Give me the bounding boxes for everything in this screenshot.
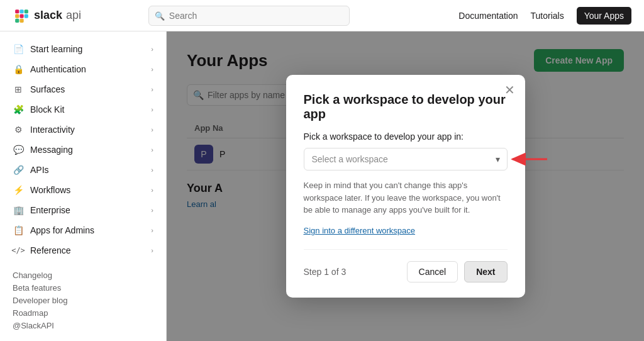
messaging-icon: 💬 — [13, 144, 24, 155]
sidebar-label-start-learning: Start learning — [30, 44, 82, 54]
chevron-icon: › — [151, 146, 153, 154]
step-label: Step 1 of 3 — [304, 267, 347, 277]
sidebar-label-block-kit: Block Kit — [30, 104, 64, 115]
surfaces-icon: ⊞ — [13, 84, 24, 95]
svg-rect-7 — [19, 18, 23, 22]
modal-close-button[interactable]: ✕ — [504, 84, 515, 96]
apps-for-admins-icon: 📋 — [13, 225, 24, 236]
search-input[interactable] — [148, 6, 350, 26]
sidebar-footer: Changelog Beta features Developer blog R… — [0, 260, 166, 341]
modal-title: Pick a workspace to develop your app — [304, 92, 508, 121]
sidebar-item-workflows[interactable]: ⚡ Workflows › — [0, 180, 166, 200]
apis-icon: 🔗 — [13, 164, 24, 176]
sidebar-beta-link[interactable]: Beta features — [13, 283, 153, 293]
modal-overlay: ✕ Pick a workspace to develop your app P… — [167, 31, 644, 341]
sidebar-item-enterprise[interactable]: 🏢 Enterprise › — [0, 200, 166, 220]
sidebar-label-messaging: Messaging — [30, 145, 73, 155]
tutorials-link[interactable]: Tutorials — [531, 11, 564, 21]
slack-logo-icon — [13, 7, 30, 25]
modal-subtitle: Pick a workspace to develop your app in: — [304, 131, 508, 142]
svg-rect-4 — [19, 14, 23, 18]
chevron-icon: › — [151, 45, 153, 53]
layout: 📄 Start learning › 🔒 Authentication › ⊞ … — [0, 31, 644, 341]
logo: slack api — [13, 7, 81, 25]
chevron-icon: › — [151, 106, 153, 113]
svg-rect-5 — [25, 14, 28, 18]
svg-rect-1 — [19, 9, 23, 13]
authentication-icon: 🔒 — [13, 64, 24, 75]
sidebar-label-reference: Reference — [30, 245, 71, 255]
topnav: slack api 🔍 Documentation Tutorials Your… — [0, 0, 644, 31]
next-button[interactable]: Next — [464, 261, 507, 282]
sidebar-label-apps-for-admins: Apps for Admins — [30, 225, 94, 235]
sidebar-changelog-link[interactable]: Changelog — [13, 271, 153, 280]
modal-note: Keep in mind that you can't change this … — [304, 179, 508, 216]
sidebar-label-authentication: Authentication — [30, 64, 86, 74]
logo-api-text: api — [66, 9, 81, 22]
sidebar-blog-link[interactable]: Developer blog — [13, 296, 153, 305]
workspace-select[interactable]: Select a workspace — [304, 148, 508, 170]
sidebar-item-authentication[interactable]: 🔒 Authentication › — [0, 59, 166, 79]
sidebar: 📄 Start learning › 🔒 Authentication › ⊞ … — [0, 31, 167, 341]
interactivity-icon: ⚙ — [13, 124, 24, 135]
sidebar-label-interactivity: Interactivity — [30, 125, 75, 135]
chevron-icon: › — [151, 126, 153, 133]
enterprise-icon: 🏢 — [13, 204, 24, 216]
modal-actions: Cancel Next — [407, 261, 508, 282]
logo-text: slack — [34, 9, 62, 22]
cancel-button[interactable]: Cancel — [407, 261, 458, 282]
chevron-icon: › — [151, 166, 153, 174]
sidebar-item-surfaces[interactable]: ⊞ Surfaces › — [0, 79, 166, 99]
start-learning-icon: 📄 — [13, 43, 24, 55]
sign-in-different-workspace-link[interactable]: Sign into a different workspace — [304, 226, 416, 235]
sidebar-label-workflows: Workflows — [30, 185, 70, 195]
chevron-icon: › — [151, 247, 153, 254]
sidebar-item-interactivity[interactable]: ⚙ Interactivity › — [0, 120, 166, 140]
svg-rect-2 — [25, 9, 28, 13]
workspace-select-wrap: Select a workspace ▾ — [304, 148, 508, 170]
svg-rect-0 — [15, 9, 19, 13]
sidebar-label-enterprise: Enterprise — [30, 205, 70, 215]
search-bar: 🔍 — [148, 6, 350, 26]
documentation-link[interactable]: Documentation — [458, 11, 518, 21]
sidebar-roadmap-link[interactable]: Roadmap — [13, 308, 153, 318]
search-icon: 🔍 — [155, 11, 165, 20]
your-apps-nav-link[interactable]: Your Apps — [577, 7, 631, 25]
chevron-icon: › — [151, 186, 153, 194]
sidebar-twitter-link[interactable]: @SlackAPI — [13, 321, 153, 330]
main-content: Your Apps Create New App 🔍 App Na P P — [167, 31, 644, 341]
modal-footer: Step 1 of 3 Cancel Next — [304, 249, 508, 282]
workflows-icon: ⚡ — [13, 184, 24, 196]
sidebar-item-block-kit[interactable]: 🧩 Block Kit › — [0, 99, 166, 120]
pick-workspace-modal: ✕ Pick a workspace to develop your app P… — [286, 75, 525, 298]
nav-links: Documentation Tutorials Your Apps — [458, 7, 631, 25]
sidebar-item-apps-for-admins[interactable]: 📋 Apps for Admins › — [0, 220, 166, 240]
chevron-icon: › — [151, 206, 153, 214]
block-kit-icon: 🧩 — [13, 104, 24, 115]
chevron-icon: › — [151, 65, 153, 73]
reference-icon: </> — [13, 245, 24, 256]
chevron-icon: › — [151, 226, 153, 234]
sidebar-label-apis: APIs — [30, 165, 49, 175]
sidebar-item-messaging[interactable]: 💬 Messaging › — [0, 140, 166, 160]
sidebar-item-apis[interactable]: 🔗 APIs › — [0, 160, 166, 180]
svg-rect-6 — [15, 18, 19, 22]
sidebar-item-start-learning[interactable]: 📄 Start learning › — [0, 39, 166, 59]
sidebar-label-surfaces: Surfaces — [30, 84, 65, 94]
red-arrow-indicator — [506, 148, 550, 170]
svg-rect-3 — [15, 14, 19, 18]
sidebar-item-reference[interactable]: </> Reference › — [0, 240, 166, 260]
chevron-icon: › — [151, 86, 153, 93]
